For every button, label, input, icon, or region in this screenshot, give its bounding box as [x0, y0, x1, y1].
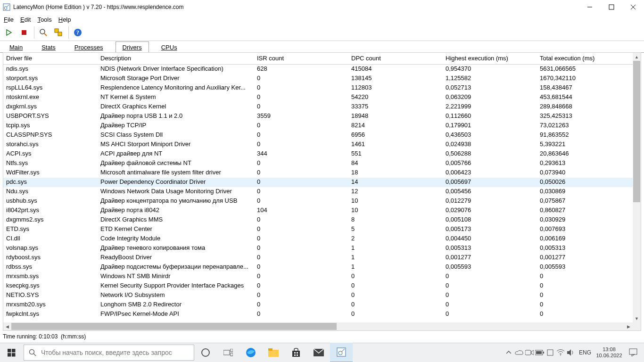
table-row[interactable]: ACPI.sysACPI драйвер для NT3445510,50628…: [3, 149, 641, 159]
explorer-icon[interactable]: [262, 343, 285, 362]
cell: Windows NT SMB Minirdr: [98, 272, 254, 281]
cell: 0: [254, 74, 348, 83]
cell: ACPI драйвер для NT: [98, 149, 254, 159]
tray-overflow-icon[interactable]: [504, 343, 514, 362]
vertical-scrollbar[interactable]: ▲ ▼: [633, 53, 641, 322]
window-title: LatencyMon (Home Edition ) v 7.20 - http…: [13, 4, 579, 10]
table-row[interactable]: usbhub.sysДрайвер концентратора по умолч…: [3, 197, 641, 206]
tab-stats[interactable]: Stats: [35, 41, 62, 53]
cell: 0,506288: [443, 149, 537, 159]
find-button[interactable]: [36, 25, 50, 40]
table-row[interactable]: CI.dllCode Integrity Module020,0044500,0…: [3, 234, 641, 244]
column-header[interactable]: Total execution (ms): [537, 53, 634, 64]
play-button[interactable]: [2, 25, 16, 40]
cell: 344: [254, 149, 348, 159]
tab-processes[interactable]: Processes: [68, 41, 110, 53]
modules-button[interactable]: [51, 25, 66, 40]
cell: 10: [348, 197, 443, 206]
cortana-icon[interactable]: [194, 343, 217, 362]
cell: 0,005593: [537, 263, 634, 272]
tray-app-icon[interactable]: [545, 343, 555, 362]
table-row[interactable]: mrxsmb20.sysLonghorn SMB 2.0 Redirector0…: [3, 300, 641, 310]
edge-icon[interactable]: [239, 343, 262, 362]
cell: 628: [254, 65, 348, 74]
table-row[interactable]: rspLLL64.sysResplendence Latency Monitor…: [3, 83, 641, 93]
scroll-right-arrow-icon[interactable]: ▶: [625, 322, 633, 330]
maximize-button[interactable]: [601, 0, 622, 14]
table-row[interactable]: NETIO.SYSNetwork I/O Subsystem0000: [3, 291, 641, 300]
start-button[interactable]: [0, 343, 23, 362]
table-row[interactable]: dxgkrnl.sysDirectX Graphics Kernel033375…: [3, 102, 641, 112]
tab-drivers[interactable]: Drivers: [116, 41, 149, 53]
menu-item[interactable]: Tools: [37, 16, 51, 23]
column-header[interactable]: ISR count: [254, 53, 348, 64]
table-row[interactable]: Ndu.sysWindows Network Data Usage Monito…: [3, 187, 641, 197]
table-row[interactable]: dxgmms2.sysDirectX Graphics MMS080,00510…: [3, 215, 641, 225]
cell: 0: [443, 272, 537, 281]
store-icon[interactable]: [285, 343, 307, 362]
search-icon: [29, 349, 36, 356]
table-row[interactable]: storahci.sysMS AHCI Storport Miniport Dr…: [3, 140, 641, 149]
cell: 0: [348, 300, 443, 310]
column-header[interactable]: Description: [98, 53, 254, 64]
scroll-down-arrow-icon[interactable]: ▼: [633, 314, 641, 322]
table-row[interactable]: ntoskrnl.exeNT Kernel & System0542200,06…: [3, 93, 641, 102]
battery-icon[interactable]: [535, 343, 545, 362]
cell: 10: [348, 206, 443, 215]
clock-time: 13:08: [594, 346, 624, 353]
cell: USBPORT.SYS: [3, 112, 98, 121]
scroll-thumb[interactable]: [633, 61, 640, 202]
table-row[interactable]: ksecpkg.sysKernel Security Support Provi…: [3, 281, 641, 291]
table-row[interactable]: rdbss.sysДрайвер подсистемы буферизации …: [3, 263, 641, 272]
taskbar-search[interactable]: Чтобы начать поиск, введите здесь запрос: [24, 345, 194, 361]
table-row[interactable]: ETD.sysETD Kernel Center050,0051730,0076…: [3, 225, 641, 234]
mail-icon[interactable]: [307, 343, 330, 362]
task-view-icon[interactable]: [217, 343, 239, 362]
onedrive-icon[interactable]: [514, 343, 524, 362]
wifi-icon[interactable]: [555, 343, 566, 362]
help-button[interactable]: ?: [71, 25, 85, 40]
svg-rect-27: [268, 348, 272, 351]
cell: 14: [348, 178, 443, 187]
table-row[interactable]: mrxsmb.sysWindows NT SMB Minirdr0000: [3, 272, 641, 281]
scroll-up-arrow-icon[interactable]: ▲: [633, 53, 641, 61]
cell: 325,425313: [537, 112, 634, 121]
table-row[interactable]: ndis.sysNDIS (Network Driver Interface S…: [3, 65, 641, 74]
scroll-thumb[interactable]: [11, 323, 337, 330]
table-row[interactable]: pdc.sysPower Dependency Coordinator Driv…: [3, 178, 641, 187]
table-row[interactable]: fwpkclnt.sysFWP/IPsec Kernel-Mode API000…: [3, 310, 641, 319]
cell: 1: [348, 253, 443, 263]
table-row[interactable]: WdFilter.sysMicrosoft antimalware file s…: [3, 168, 641, 178]
volume-icon[interactable]: [566, 343, 576, 362]
latencymon-taskbar-icon[interactable]: [330, 343, 353, 362]
close-button[interactable]: [622, 0, 644, 14]
clock[interactable]: 13:08 10.06.2022: [594, 346, 624, 359]
table-row[interactable]: Ntfs.sysДрайвер файловой системы NT0840,…: [3, 159, 641, 168]
horizontal-scrollbar[interactable]: ◀ ▶: [3, 322, 633, 330]
language-indicator[interactable]: ENG: [576, 349, 594, 356]
scroll-left-arrow-icon[interactable]: ◀: [3, 322, 11, 330]
column-header[interactable]: Driver file: [3, 53, 98, 64]
meet-now-icon[interactable]: [524, 343, 535, 362]
table-row[interactable]: CLASSPNP.SYSSCSI Class System Dll069560,…: [3, 131, 641, 140]
cell: 5,393221: [537, 140, 634, 149]
table-row[interactable]: storport.sysMicrosoft Storage Port Drive…: [3, 74, 641, 83]
table-row[interactable]: rdyboost.sysReadyBoost Driver010,0012770…: [3, 253, 641, 263]
table-row[interactable]: volsnap.sysДрайвер теневого копирования …: [3, 244, 641, 253]
notifications-icon[interactable]: [624, 348, 642, 357]
column-header[interactable]: DPC count: [348, 53, 443, 64]
column-header[interactable]: Highest execution (ms): [443, 53, 537, 64]
table-row[interactable]: tcpip.sysДрайвер TCP/IP082140,17990173,0…: [3, 121, 641, 131]
tab-cpus[interactable]: CPUs: [155, 41, 184, 53]
menu-item[interactable]: Help: [58, 16, 71, 23]
table-row[interactable]: USBPORT.SYSДрайвер порта USB 1.1 и 2.035…: [3, 112, 641, 121]
menu-item[interactable]: File: [4, 16, 14, 23]
cell: 3559: [254, 112, 348, 121]
table-row[interactable]: i8042prt.sysДрайвер порта i8042104100,02…: [3, 206, 641, 215]
svg-rect-12: [58, 32, 62, 36]
minimize-button[interactable]: [579, 0, 601, 14]
menu-item[interactable]: Edit: [20, 16, 31, 23]
cell: Драйвер теневого копирования тома: [98, 244, 254, 253]
stop-button[interactable]: [17, 25, 31, 40]
tab-main[interactable]: Main: [3, 41, 29, 53]
